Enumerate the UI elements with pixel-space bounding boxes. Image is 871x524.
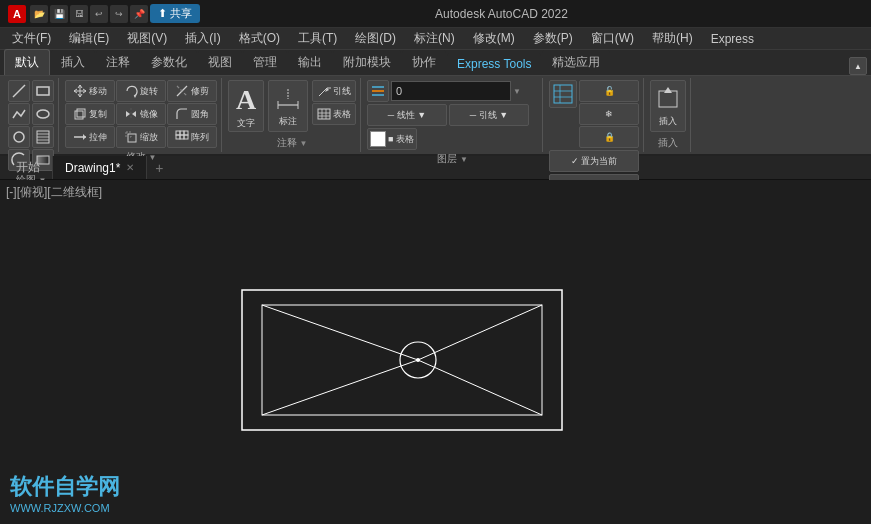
move-btn[interactable]: 移动 (65, 80, 115, 102)
layer-lock-btn[interactable]: 🔒 (579, 126, 639, 148)
svg-rect-49 (242, 290, 562, 430)
menu-edit[interactable]: 编辑(E) (61, 28, 117, 49)
pin-icon[interactable]: 📌 (130, 5, 148, 23)
undo-icon[interactable]: ↩ (90, 5, 108, 23)
cad-canvas (232, 280, 572, 440)
svg-rect-21 (176, 131, 180, 135)
rect-btn[interactable] (32, 80, 54, 102)
menu-tools[interactable]: 工具(T) (290, 28, 345, 49)
make-current-btn[interactable]: ✓ 置为当前 (549, 150, 639, 172)
svg-point-1 (14, 132, 24, 142)
stretch-btn[interactable]: 拉伸 (65, 126, 115, 148)
tab-collab[interactable]: 协作 (402, 50, 446, 75)
svg-point-3 (37, 110, 49, 118)
layer-row1: ▼ (367, 80, 538, 102)
trim-btn[interactable]: 修剪 (167, 80, 217, 102)
layer-props-btn[interactable] (367, 80, 389, 102)
menu-modify[interactable]: 修改(M) (465, 28, 523, 49)
tab-insert[interactable]: 插入 (51, 50, 95, 75)
svg-rect-50 (262, 305, 542, 415)
linetype-btn[interactable]: ─ 引线 ▼ (449, 104, 529, 126)
open-icon[interactable]: 📂 (30, 5, 48, 23)
svg-line-53 (262, 360, 418, 415)
watermark-text2: WWW.RJZXW.COM (10, 502, 120, 514)
svg-rect-2 (37, 87, 49, 95)
lineweight-btn[interactable]: ─ 线性 ▼ (367, 104, 447, 126)
app-icon[interactable]: A (8, 5, 26, 23)
redo-icon[interactable]: ↪ (110, 5, 128, 23)
save-icon[interactable]: 💾 (50, 5, 68, 23)
hatch-btn[interactable] (32, 126, 54, 148)
color-btn[interactable]: ■ 表格 (367, 128, 417, 150)
svg-rect-24 (176, 135, 180, 139)
menu-params[interactable]: 参数(P) (525, 28, 581, 49)
svg-line-54 (418, 360, 542, 415)
text-btn[interactable]: A 文字 (228, 80, 264, 132)
layer-icon-btn[interactable] (549, 80, 577, 108)
share-button[interactable]: ⬆共享 (150, 4, 200, 23)
svg-rect-47 (659, 91, 677, 107)
menu-dim[interactable]: 标注(N) (406, 28, 463, 49)
svg-marker-15 (126, 111, 130, 117)
copy-btn[interactable]: 复制 (65, 103, 115, 125)
tab-start[interactable]: 开始 (4, 156, 53, 179)
svg-rect-13 (77, 109, 85, 117)
drawing-area[interactable]: [-][俯视][二维线框] 软件自学网 WWW.RJZXW.COM (0, 180, 871, 524)
svg-line-32 (319, 88, 327, 96)
menu-insert[interactable]: 插入(I) (177, 28, 228, 49)
ribbon-minimize-btn[interactable]: ▲ (849, 57, 867, 75)
layer-on-btn[interactable]: 🔓 (579, 80, 639, 102)
polyline-btn[interactable] (8, 103, 30, 125)
line-btn[interactable] (8, 80, 30, 102)
annotation-dropdown-arrow[interactable]: ▼ (300, 139, 308, 148)
tab-manage[interactable]: 管理 (243, 50, 287, 75)
view-label: [-][俯视][二维线框] (6, 184, 102, 201)
table-btn[interactable]: 表格 (312, 103, 356, 125)
layer-dropdown-arrow[interactable]: ▼ (513, 87, 521, 96)
layer-name-input[interactable] (391, 81, 511, 101)
mirror-btn[interactable]: 镜像 (116, 103, 166, 125)
menu-express[interactable]: Express (703, 30, 762, 48)
ellipse-btn[interactable] (32, 103, 54, 125)
dimension-btn[interactable]: 标注 (268, 80, 308, 132)
tab-add-btn[interactable]: + (147, 157, 171, 179)
title-bar-left: A 📂 💾 🖫 ↩ ↪ 📌 ⬆共享 (8, 4, 200, 23)
insert-block-btn[interactable]: 插入 (650, 80, 686, 132)
svg-rect-26 (184, 135, 188, 139)
menu-window[interactable]: 窗口(W) (583, 28, 642, 49)
svg-line-52 (418, 305, 542, 360)
leader-btn[interactable]: 引线 (312, 80, 356, 102)
tab-drawing1[interactable]: Drawing1* ✕ (53, 156, 147, 179)
menu-help[interactable]: 帮助(H) (644, 28, 701, 49)
save2-icon[interactable]: 🖫 (70, 5, 88, 23)
tab-drawing1-close[interactable]: ✕ (126, 162, 134, 173)
tab-featured[interactable]: 精选应用 (542, 50, 610, 75)
svg-marker-16 (132, 111, 136, 117)
annotation-section-label: 注释 ▼ (228, 134, 356, 150)
tab-view[interactable]: 视图 (198, 50, 242, 75)
scale-btn[interactable]: 缩放 (116, 126, 166, 148)
layer-section-dropdown[interactable]: ▼ (460, 155, 468, 164)
insert-section: 插入 插入 (646, 78, 691, 152)
menu-file[interactable]: 文件(F) (4, 28, 59, 49)
svg-rect-43 (554, 85, 572, 103)
tab-express-tools[interactable]: Express Tools (447, 53, 541, 75)
circle-btn[interactable] (8, 126, 30, 148)
menu-format[interactable]: 格式(O) (231, 28, 288, 49)
layer-freeze-btn[interactable]: ❄ (579, 103, 639, 125)
fillet-btn[interactable]: 圆角 (167, 103, 217, 125)
rotate-btn[interactable]: 旋转 (116, 80, 166, 102)
tab-parametric[interactable]: 参数化 (141, 50, 197, 75)
menu-view[interactable]: 视图(V) (119, 28, 175, 49)
tab-default[interactable]: 默认 (4, 49, 50, 75)
draw-section: 绘图 ▼ (4, 78, 59, 152)
title-bar: A 📂 💾 🖫 ↩ ↪ 📌 ⬆共享 Autodesk AutoCAD 2022 (0, 0, 871, 28)
tab-output[interactable]: 输出 (288, 50, 332, 75)
menu-draw[interactable]: 绘图(D) (347, 28, 404, 49)
tab-addons[interactable]: 附加模块 (333, 50, 401, 75)
tab-annotation[interactable]: 注释 (96, 50, 140, 75)
tab-drawing1-label: Drawing1* (65, 161, 120, 175)
array-btn[interactable]: 阵列 (167, 126, 217, 148)
svg-marker-48 (664, 87, 672, 93)
ribbon-toolbar: 绘图 ▼ 移动 旋转 修剪 (0, 76, 871, 156)
